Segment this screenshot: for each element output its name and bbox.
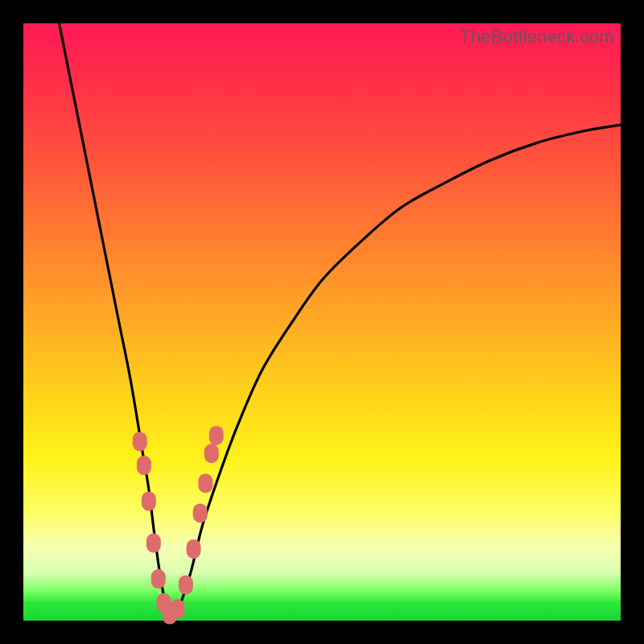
curve-marker bbox=[142, 492, 156, 511]
curve-marker bbox=[133, 431, 147, 451]
chart-plot-area: TheBottleneck.com bbox=[23, 23, 621, 621]
curve-marker bbox=[179, 575, 193, 594]
curve-marker bbox=[151, 569, 166, 588]
curve-marker bbox=[193, 503, 208, 522]
curve-marker bbox=[170, 599, 184, 618]
curve-marker bbox=[147, 534, 161, 553]
chart-svg bbox=[23, 23, 621, 621]
curve-marker bbox=[209, 426, 224, 445]
bottleneck-curve bbox=[60, 23, 621, 621]
marker-group bbox=[133, 426, 224, 625]
curve-marker bbox=[204, 444, 219, 463]
curve-marker bbox=[198, 473, 213, 493]
curve-marker bbox=[137, 456, 151, 475]
chart-frame: TheBottleneck.com bbox=[0, 0, 644, 644]
curve-marker bbox=[186, 539, 200, 559]
